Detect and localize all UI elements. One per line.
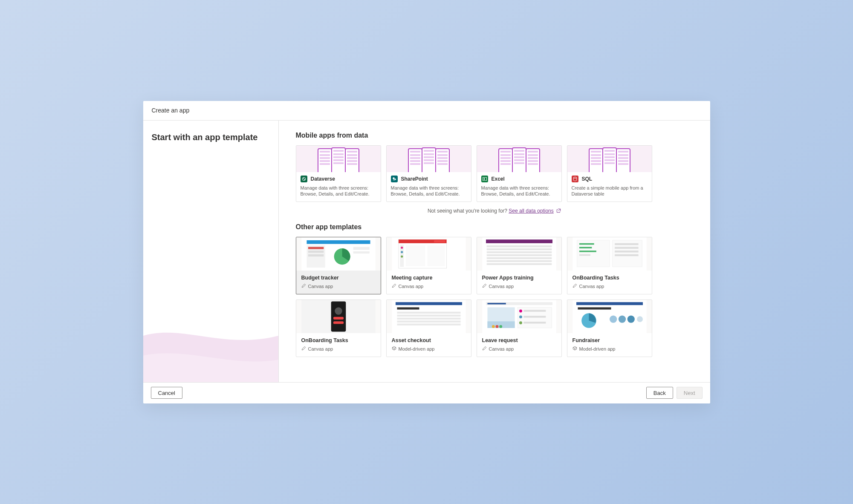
svg-rect-60	[487, 303, 506, 304]
svg-point-65	[499, 325, 502, 328]
template-thumb	[477, 237, 561, 271]
data-card-thumb	[296, 146, 381, 172]
svg-rect-7	[307, 240, 370, 244]
data-card-source: SQL	[582, 176, 593, 182]
svg-rect-30	[486, 254, 552, 256]
template-title: Power Apps training	[482, 275, 556, 281]
template-title: OnBoarding Tasks	[573, 275, 647, 281]
data-card-excel[interactable]: ExcelManage data with three screens: Bro…	[477, 145, 562, 202]
template-card-meeting[interactable]: Meeting captureCanvas app	[386, 237, 471, 294]
template-card-onboard-mobile[interactable]: OnBoarding TasksCanvas app	[296, 300, 381, 357]
phone-mock-icon	[589, 148, 603, 172]
phone-mock-icon	[318, 148, 332, 172]
template-card-training[interactable]: Power Apps trainingCanvas app	[477, 237, 562, 294]
cube-icon	[392, 346, 396, 351]
pencil-icon	[301, 346, 306, 351]
svg-point-5	[573, 177, 577, 178]
section-title-other: Other app templates	[296, 223, 693, 231]
phone-mock-icon	[408, 148, 422, 172]
svg-point-80	[637, 316, 643, 322]
dialog-titlebar: Create an app	[143, 101, 710, 121]
svg-rect-38	[579, 247, 591, 248]
dataverse-icon	[301, 176, 307, 182]
template-thumb	[296, 300, 381, 333]
template-card-leave[interactable]: Leave requestCanvas app	[477, 300, 562, 357]
svg-point-47	[335, 308, 342, 315]
data-card-source: Excel	[492, 176, 505, 182]
phone-mock-icon	[616, 148, 630, 172]
svg-point-20	[401, 247, 403, 249]
svg-rect-49	[333, 321, 343, 324]
svg-rect-72	[523, 322, 546, 323]
svg-rect-37	[579, 243, 594, 245]
data-card-sql[interactable]: SQLCreate a simple mobile app from a Dat…	[567, 145, 652, 202]
data-card-dataverse[interactable]: DataverseManage data with three screens:…	[296, 145, 381, 202]
pencil-icon	[482, 346, 487, 351]
template-thumb	[567, 300, 652, 333]
template-title: OnBoarding Tasks	[301, 337, 376, 343]
data-card-source: Dataverse	[311, 176, 335, 182]
svg-point-64	[495, 325, 498, 328]
template-title: Budget tracker	[301, 275, 376, 281]
svg-rect-44	[615, 254, 638, 256]
data-card-grid: DataverseManage data with three screens:…	[296, 145, 693, 202]
svg-rect-32	[486, 260, 552, 262]
svg-rect-46	[331, 302, 346, 332]
decorative-wave	[143, 259, 279, 382]
template-type: Canvas app	[573, 283, 647, 289]
template-type: Canvas app	[301, 346, 376, 351]
data-card-desc: Manage data with three screens: Browse, …	[481, 185, 557, 198]
main-content: Mobile apps from data DataverseManage da…	[279, 121, 710, 382]
template-card-onboard-list[interactable]: OnBoarding TasksCanvas app	[567, 237, 652, 294]
svg-rect-52	[397, 308, 419, 310]
svg-rect-10	[308, 251, 323, 253]
svg-point-77	[610, 316, 617, 323]
template-card-fundraiser[interactable]: FundraiserModel-driven app	[567, 300, 652, 357]
data-card-desc: Manage data with three screens: Browse, …	[301, 185, 376, 198]
svg-point-67	[519, 310, 522, 313]
data-card-thumb	[567, 146, 652, 172]
cancel-button[interactable]: Cancel	[151, 387, 182, 399]
svg-point-22	[401, 256, 403, 258]
next-button[interactable]: Next	[677, 387, 703, 399]
template-title: Asset checkout	[392, 337, 466, 343]
phone-mock-icon	[422, 147, 436, 172]
phone-mock-icon	[498, 148, 513, 172]
template-type: Canvas app	[482, 346, 556, 351]
svg-rect-51	[396, 302, 462, 305]
template-card-grid: Budget trackerCanvas appMeeting captureC…	[296, 237, 693, 357]
pencil-icon	[482, 283, 487, 289]
svg-rect-68	[523, 310, 546, 312]
dialog-footer: Cancel Back Next	[143, 382, 710, 403]
section-title-data: Mobile apps from data	[296, 132, 693, 139]
see-all-data-options-link[interactable]: See all data options	[509, 208, 553, 214]
svg-rect-9	[308, 247, 323, 249]
template-type: Canvas app	[482, 283, 556, 289]
template-thumb	[567, 237, 652, 271]
template-thumb	[387, 237, 471, 271]
svg-rect-75	[578, 308, 611, 310]
svg-rect-39	[579, 251, 596, 252]
data-card-thumb	[477, 146, 561, 172]
template-card-asset[interactable]: Asset checkoutModel-driven app	[386, 300, 471, 357]
data-card-source: SharePoint	[401, 176, 428, 182]
svg-rect-53	[397, 312, 460, 314]
back-button[interactable]: Back	[646, 387, 673, 399]
svg-rect-24	[427, 245, 445, 266]
open-external-icon	[556, 208, 561, 213]
svg-rect-55	[397, 318, 460, 320]
svg-rect-56	[397, 321, 460, 323]
svg-rect-11	[308, 254, 323, 256]
template-thumb	[387, 300, 471, 333]
sql-icon	[572, 176, 578, 182]
dialog-title: Create an app	[152, 107, 190, 114]
template-card-budget[interactable]: Budget trackerCanvas app	[296, 237, 381, 294]
create-app-dialog: Create an app Start with an app template…	[143, 101, 710, 403]
template-title: Leave request	[482, 337, 556, 343]
svg-point-71	[519, 321, 522, 324]
data-card-sharepoint[interactable]: SharePointManage data with three screens…	[386, 145, 471, 202]
svg-rect-54	[397, 315, 460, 317]
svg-rect-23	[406, 245, 425, 266]
svg-point-2	[394, 178, 396, 180]
svg-point-69	[519, 316, 522, 319]
